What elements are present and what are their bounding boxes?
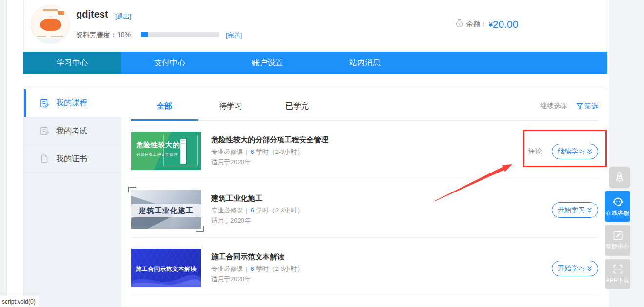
avatar-art xyxy=(51,36,63,37)
money-bag-icon: $ xyxy=(455,19,463,30)
nav-tab-account-settings[interactable]: 账户设置 xyxy=(219,52,316,74)
start-learning-button[interactable]: 开始学习 xyxy=(552,202,598,218)
course-applicable-year: 适用于2020年 xyxy=(211,158,251,167)
sidebar: 我的课程 我的考试 我的证书 xyxy=(24,89,121,307)
marquee-corner-decoration xyxy=(128,187,136,192)
course-applicable-year: 适用于2020年 xyxy=(211,216,251,225)
filter-control[interactable]: 筛选 xyxy=(576,102,598,111)
online-service-button[interactable]: 在线客服 xyxy=(605,191,630,222)
sidebar-item-my-certificates[interactable]: 我的证书 xyxy=(24,145,121,173)
help-center-label: 帮助中心 xyxy=(606,243,629,251)
avatar[interactable] xyxy=(31,5,70,44)
double-chevron-down-icon xyxy=(587,266,592,272)
course-category: 专业必修课 xyxy=(211,148,243,155)
sidebar-item-my-exams[interactable]: 我的考试 xyxy=(24,117,121,145)
profile-progress-fill xyxy=(141,32,148,37)
online-service-label: 在线客服 xyxy=(606,209,629,217)
headset-icon xyxy=(612,195,624,208)
double-chevron-down-icon xyxy=(587,149,592,155)
avatar-art xyxy=(37,36,46,37)
filter-funnel-icon xyxy=(576,103,583,110)
profile-completeness-label: 资料完善度：10% xyxy=(76,31,131,39)
marquee-corner-decoration xyxy=(196,226,204,232)
course-category: 专业必修课 xyxy=(211,207,243,214)
course-thumbnail[interactable]: 建筑工业化施工 xyxy=(131,190,201,229)
file-icon xyxy=(40,154,49,164)
course-hours: 6 xyxy=(250,148,254,155)
course-hours: 6 xyxy=(250,207,254,214)
user-header-card: gdjtest [退出] 资料完善度：10% [完善] $ 余额： ¥ 20.0… xyxy=(23,0,607,50)
avatar-art xyxy=(40,19,61,31)
balance-amount: 20.00 xyxy=(493,19,519,30)
course-list-panel: 全部 待学习 已学完 继续选课 筛选 危险性较大的 xyxy=(121,89,607,307)
back-to-top-button[interactable] xyxy=(609,167,630,188)
browser-status-bubble: script:void(0) xyxy=(0,296,39,307)
page-left-margin xyxy=(0,0,7,307)
thumb-title-text: 危险性较大的 xyxy=(136,141,180,150)
username: gdjtest xyxy=(76,9,108,20)
help-center-button[interactable]: 帮助中心 xyxy=(605,225,630,256)
thumb-ac-unit-art xyxy=(180,139,186,164)
app-download-label: APP下载 xyxy=(606,276,629,285)
sidebar-item-label: 我的证书 xyxy=(56,154,87,164)
logout-link[interactable]: [退出] xyxy=(115,12,131,21)
course-hours: 6 xyxy=(250,265,254,272)
nav-tab-payment-center[interactable]: 支付中心 xyxy=(121,52,219,74)
thumb-title-text: 建筑工业化施工 xyxy=(139,206,194,215)
course-tabbar: 全部 待学习 已学完 继续选课 筛选 xyxy=(131,93,598,121)
avatar-art xyxy=(31,39,69,43)
course-category: 专业必修课 xyxy=(211,265,243,272)
improve-profile-link[interactable]: [完善] xyxy=(226,31,242,40)
course-hours-text: 学时（2-3小时） xyxy=(256,265,303,272)
double-chevron-down-icon xyxy=(587,207,592,213)
course-meta: 专业必修课|6学时（2-3小时） xyxy=(211,148,303,156)
continue-select-link[interactable]: 继续选课 xyxy=(540,102,567,111)
svg-text:$: $ xyxy=(459,22,461,26)
avatar-art xyxy=(43,9,58,11)
sidebar-filler xyxy=(24,173,121,307)
course-title[interactable]: 危险性较大的分部分项工程安全管理 xyxy=(211,135,328,145)
filter-label: 筛选 xyxy=(584,102,598,111)
nav-tab-learning-center[interactable]: 学习中心 xyxy=(23,52,121,74)
course-row: 建筑工业化施工 建筑工业化施工 专业必修课|6学时（2-3小时） 适用于2020… xyxy=(131,179,598,238)
sidebar-item-label: 我的课程 xyxy=(56,98,87,108)
tab-to-learn[interactable]: 待学习 xyxy=(198,93,264,120)
start-learning-button[interactable]: 开始学习 xyxy=(552,261,598,276)
course-row: 危险性较大的 分部分项工程安全管理 危险性较大的分部分项工程安全管理 专业必修课… xyxy=(131,121,598,179)
course-title[interactable]: 施工合同示范文本解读 xyxy=(211,252,284,262)
course-title[interactable]: 建筑工业化施工 xyxy=(211,194,262,203)
tab-completed[interactable]: 已学完 xyxy=(264,93,330,120)
course-thumbnail[interactable]: 危险性较大的 分部分项工程安全管理 xyxy=(131,132,201,170)
thumb-subtitle-text: 分部分项工程安全管理 xyxy=(136,152,178,157)
page: gdjtest [退出] 资料完善度：10% [完善] $ 余额： ¥ 20.0… xyxy=(0,0,644,307)
main-card: 我的课程 我的考试 我的证书 全部 待学习 已学完 xyxy=(23,89,607,307)
profile-progress-bar xyxy=(141,32,219,37)
rocket-icon xyxy=(613,171,626,184)
edit-icon xyxy=(612,230,624,241)
sidebar-item-label: 我的考试 xyxy=(56,126,87,136)
sidebar-item-my-courses[interactable]: 我的课程 xyxy=(24,89,121,117)
balance-currency: ¥ xyxy=(489,20,493,28)
course-hours-text: 学时（2-3小时） xyxy=(256,207,303,214)
balance: $ 余额： ¥ 20.00 xyxy=(455,19,518,30)
balance-label: 余额： xyxy=(466,20,487,29)
app-download-button[interactable]: APP下载 xyxy=(605,259,630,289)
scan-icon xyxy=(612,264,624,275)
tab-all[interactable]: 全部 xyxy=(131,93,198,120)
continue-learning-button[interactable]: 继续学习 xyxy=(552,144,598,159)
course-row: 施工合同示范文本解读 施工合同示范文本解读 专业必修课|6学时（2-3小时） 适… xyxy=(131,238,598,296)
nav-tab-site-messages[interactable]: 站内消息 xyxy=(316,52,414,74)
course-meta: 专业必修课|6学时（2-3小时） xyxy=(211,265,303,273)
course-applicable-year: 适用于2020年 xyxy=(211,275,251,284)
course-hours-text: 学时（2-3小时） xyxy=(256,148,303,155)
avatar-art xyxy=(58,11,64,15)
main-nav: 学习中心 支付中心 账户设置 站内消息 xyxy=(23,52,607,74)
comment-link[interactable]: 评论 xyxy=(528,147,542,156)
course-meta: 专业必修课|6学时（2-3小时） xyxy=(211,206,303,215)
document-pen-icon xyxy=(40,126,49,136)
document-pen-icon xyxy=(40,98,49,108)
course-thumbnail[interactable]: 施工合同示范文本解读 xyxy=(131,249,201,287)
thumb-title-text: 施工合同示范文本解读 xyxy=(131,265,201,273)
